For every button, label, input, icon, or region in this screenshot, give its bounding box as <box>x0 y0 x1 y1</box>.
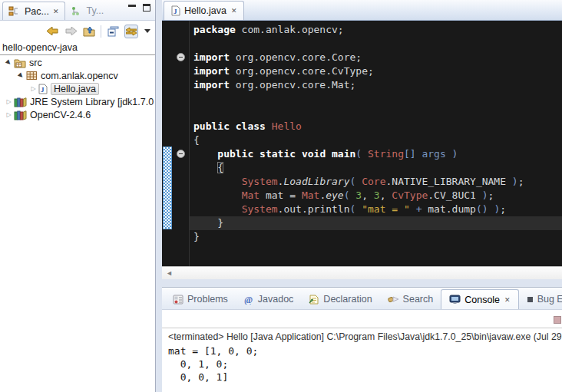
java-file-icon: J <box>171 5 180 16</box>
maximize-view-icon[interactable] <box>143 4 150 12</box>
tab-label: Search <box>403 294 434 305</box>
console-toolbar <box>162 310 562 328</box>
library-icon <box>14 110 27 120</box>
minimize-view-icon[interactable] <box>128 5 136 12</box>
collapsed-arrow-icon[interactable]: ▷ <box>5 98 13 105</box>
java-file-icon: J <box>38 84 48 94</box>
package-explorer-tabbar: Pac... ✕ Ty... <box>0 0 155 21</box>
editor-panel: J Hello.java ✕ package com.anlak.opencv;… <box>162 0 562 279</box>
code-line[interactable]: import org.opencv.core.Mat; <box>193 78 562 92</box>
fold-collapse-icon[interactable] <box>177 150 185 158</box>
code-line[interactable]: } <box>193 230 562 244</box>
close-icon[interactable]: ✕ <box>504 296 511 304</box>
console-launch-header: <terminated> Hello [Java Application] C:… <box>168 331 562 342</box>
project-tree: hello-opencv-java ▶src▶com.anlak.opencv▷… <box>0 41 155 121</box>
editor-tab-label: Hello.java <box>184 5 226 16</box>
go-into-icon[interactable] <box>82 25 96 38</box>
tab-label: Console <box>464 295 500 305</box>
editor-horizontal-scrollbar[interactable]: ◄ <box>162 266 562 279</box>
close-icon[interactable]: ✕ <box>230 7 237 15</box>
annotation-ruler[interactable] <box>162 21 173 266</box>
console-view: <terminated> Hello [Java Application] C:… <box>162 310 562 392</box>
folding-ruler[interactable] <box>173 21 190 266</box>
close-icon[interactable]: ✕ <box>52 8 59 15</box>
editor-body: package com.anlak.opencv;import org.open… <box>162 21 562 266</box>
code-line[interactable]: { <box>193 133 562 147</box>
code-line[interactable]: System.LoadLibrary( Core.NATIVE_LIBRARY_… <box>193 175 562 189</box>
view-menu-icon[interactable] <box>144 29 150 33</box>
problems-icon <box>173 295 183 305</box>
code-line[interactable]: package com.anlak.opencv; <box>193 23 562 37</box>
tree-item-label: JRE System Library [jdk1.7.0 <box>30 97 154 107</box>
package-explorer-toolbar <box>0 21 155 41</box>
code-line[interactable]: Mat mat = Mat.eye( 3, 3, CvType.CV_8UC1 … <box>193 189 562 203</box>
bug-square-icon <box>527 296 534 303</box>
bottom-view-tabbar: Problems@JavadocDeclarationSearchConsole… <box>162 288 562 310</box>
tab-label: Declaration <box>323 294 372 305</box>
editor-tab-hello-java[interactable]: J Hello.java ✕ <box>164 1 244 20</box>
collapse-all-icon[interactable] <box>106 25 120 38</box>
code-area[interactable]: package com.anlak.opencv;import org.open… <box>190 21 562 266</box>
package-explorer-icon <box>8 6 18 16</box>
svg-text:J: J <box>41 86 45 94</box>
tab-package-explorer[interactable]: Pac... ✕ <box>2 2 65 20</box>
code-line[interactable] <box>193 92 562 106</box>
source-folder-icon <box>14 58 26 68</box>
console-panel: Problems@JavadocDeclarationSearchConsole… <box>162 287 562 392</box>
bottom-tab-declaration[interactable]: Declaration <box>301 289 379 309</box>
collapsed-arrow-icon[interactable]: ▷ <box>5 111 13 118</box>
tree-item[interactable]: ▷OpenCV-2.4.6 <box>0 108 155 121</box>
back-icon[interactable] <box>45 25 59 38</box>
bottom-tab-problems[interactable]: Problems <box>165 289 236 309</box>
tree-item-project[interactable]: hello-opencv-java <box>0 41 155 54</box>
expanded-arrow-icon[interactable]: ▶ <box>3 57 14 68</box>
tree-item[interactable]: ▶com.anlak.opencv <box>0 69 155 82</box>
tree-item[interactable]: ▷JRE System Library [jdk1.7.0 <box>0 95 155 108</box>
package-icon <box>26 71 38 81</box>
tree-item[interactable]: ▶src <box>0 56 155 69</box>
code-line[interactable] <box>193 37 562 51</box>
bottom-tab-javadoc[interactable]: @Javadoc <box>236 289 302 309</box>
svg-text:@: @ <box>244 295 253 305</box>
tree-item-label: src <box>29 58 42 68</box>
type-hierarchy-icon <box>71 6 81 16</box>
bottom-tab-bug-explorer[interactable]: Bug Explorer <box>519 289 562 309</box>
console-icon <box>449 295 461 305</box>
tree-item-label: com.anlak.opencv <box>41 71 118 81</box>
bottom-tab-search[interactable]: Search <box>380 289 441 309</box>
console-toolbar-icon[interactable] <box>554 316 561 324</box>
link-with-editor-icon[interactable] <box>124 25 138 38</box>
scroll-left-icon[interactable]: ◄ <box>166 269 173 277</box>
package-explorer-panel: Pac... ✕ Ty... <box>0 0 156 392</box>
svg-text:J: J <box>174 8 177 15</box>
search-icon <box>388 295 399 305</box>
forward-icon[interactable] <box>64 25 78 38</box>
tab-label: Pac... <box>25 6 49 17</box>
bottom-tab-console[interactable]: Console✕ <box>441 289 518 309</box>
code-line[interactable]: { <box>193 161 562 175</box>
code-line[interactable] <box>193 106 562 120</box>
code-line[interactable]: public static void main( String[] args ) <box>193 147 562 161</box>
code-line[interactable]: import org.opencv.core.Core; <box>193 51 562 64</box>
tree-item-label: OpenCV-2.4.6 <box>30 110 91 120</box>
tab-label: Javadoc <box>258 294 294 305</box>
declaration-icon <box>309 295 319 305</box>
tree-divider <box>0 54 155 55</box>
library-icon <box>14 97 27 107</box>
tab-type-hierarchy[interactable]: Ty... <box>65 2 110 20</box>
current-code-line[interactable]: } <box>190 216 562 230</box>
tree-item-label: Hello.java <box>51 83 99 95</box>
code-line[interactable]: System.out.println( "mat = " + mat.dump(… <box>193 203 562 216</box>
method-range-indicator <box>163 147 172 229</box>
expanded-arrow-icon[interactable]: ▶ <box>15 70 26 81</box>
code-line[interactable]: public class Hello <box>193 120 562 133</box>
tab-label: Problems <box>187 294 228 305</box>
fold-collapse-icon[interactable] <box>177 53 185 61</box>
collapsed-arrow-icon[interactable]: ▷ <box>29 85 38 92</box>
tree-item[interactable]: ▷JHello.java <box>0 82 155 95</box>
console-output[interactable]: mat = [1, 0, 0; 0, 1, 0; 0, 0, 1] <box>168 344 562 384</box>
tab-label: Bug Explorer <box>537 294 562 305</box>
tab-label: Ty... <box>87 5 104 16</box>
javadoc-icon: @ <box>243 295 254 305</box>
code-line[interactable]: import org.opencv.core.CvType; <box>193 64 562 78</box>
